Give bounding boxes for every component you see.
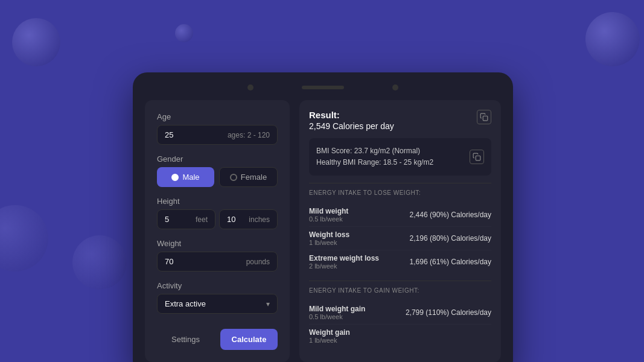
bmi-text: BMI Score: 23.7 kg/m2 (Normal) Healthy B…	[316, 145, 433, 168]
tablet-top-bar	[145, 84, 501, 91]
lose-extreme-sub: 2 lb/week	[309, 262, 379, 270]
copy-result-icon[interactable]	[477, 110, 491, 124]
activity-group: Activity Extra active ▾	[157, 281, 278, 314]
lose-extreme-left: Extreme weight loss 2 lb/week	[309, 254, 379, 270]
lose-extreme-name: Extreme weight loss	[309, 254, 379, 262]
age-input-container: ages: 2 - 120	[157, 125, 278, 145]
gain-normal-left: Weight gain 1 lb/week	[309, 328, 350, 344]
settings-button[interactable]: Settings	[157, 329, 214, 350]
age-group: Age ages: 2 - 120	[157, 112, 278, 145]
bmi-score: BMI Score: 23.7 kg/m2 (Normal)	[316, 145, 433, 157]
height-group: Height feet inches	[157, 197, 278, 229]
sphere-4	[0, 205, 48, 272]
gain-normal-name: Weight gain	[309, 328, 350, 337]
gender-female-button[interactable]: Female	[219, 167, 278, 187]
lose-mild-sub: 0.5 lb/week	[309, 215, 348, 223]
result-header: Result: 2,549 Calories per day	[309, 110, 491, 131]
gain-normal-sub: 1 lb/week	[309, 337, 350, 344]
list-item: Weight gain 1 lb/week	[309, 325, 491, 348]
gender-female-label: Female	[241, 173, 267, 182]
gender-male-label: Male	[182, 173, 199, 182]
weight-input-container: pounds	[157, 252, 278, 272]
gender-row: Male Female	[157, 167, 278, 187]
lose-normal-left: Weight loss 1 lb/week	[309, 230, 349, 246]
tablet-speaker	[302, 86, 344, 89]
calculate-button[interactable]: Calculate	[220, 329, 278, 350]
age-label: Age	[157, 112, 278, 121]
result-info: Result: 2,549 Calories per day	[309, 110, 394, 131]
gain-weight-entries: Mild weight gain 0.5 lb/week 2,799 (110%…	[309, 301, 491, 348]
gain-weight-header: ENERGY INTAKE TO GAIN WEIGHT:	[309, 281, 491, 294]
copy-bmi-icon[interactable]	[470, 150, 484, 164]
gain-mild-name: Mild weight gain	[309, 305, 365, 313]
sphere-1	[12, 18, 60, 66]
gain-mild-sub: 0.5 lb/week	[309, 313, 365, 320]
height-label: Height	[157, 197, 278, 206]
weight-label: Weight	[157, 239, 278, 248]
sphere-2	[175, 24, 193, 42]
svg-rect-1	[476, 156, 480, 160]
bmi-range: Healthy BMI Range: 18.5 - 25 kg/m2	[316, 157, 433, 168]
bottom-buttons: Settings Calculate	[157, 329, 278, 350]
feet-unit: feet	[196, 215, 208, 224]
radio-dot-male	[171, 174, 179, 181]
weight-input[interactable]	[165, 257, 201, 266]
sphere-5	[72, 235, 127, 290]
activity-selected: Extra active	[165, 299, 206, 308]
age-input[interactable]	[165, 130, 201, 139]
svg-rect-0	[483, 116, 488, 121]
bmi-section: BMI Score: 23.7 kg/m2 (Normal) Healthy B…	[309, 138, 491, 176]
gender-label: Gender	[157, 154, 278, 164]
gain-mild-value: 2,799 (110%) Calories/day	[406, 308, 491, 317]
lose-normal-name: Weight loss	[309, 230, 349, 239]
result-calories: 2,549 Calories per day	[309, 121, 394, 131]
weight-unit: pounds	[246, 258, 270, 266]
sphere-3	[585, 12, 640, 66]
chevron-down-icon: ▾	[266, 300, 270, 308]
list-item: Extreme weight loss 2 lb/week 1,696 (61%…	[309, 250, 491, 273]
tablet-camera	[247, 84, 253, 91]
lose-mild-left: Mild weight 0.5 lb/week	[309, 207, 348, 223]
lose-mild-name: Mild weight	[309, 207, 348, 215]
app-container: Age ages: 2 - 120 Gender Male Female	[145, 100, 501, 362]
result-title: Result:	[309, 110, 394, 120]
gender-group: Gender Male Female	[157, 154, 278, 187]
list-item: Mild weight 0.5 lb/week 2,446 (90%) Calo…	[309, 203, 491, 227]
right-panel: Result: 2,549 Calories per day BMI Score…	[299, 100, 501, 362]
lose-mild-value: 2,446 (90%) Calories/day	[410, 211, 491, 219]
list-item: Mild weight gain 0.5 lb/week 2,799 (110%…	[309, 301, 491, 325]
lose-weight-header: ENERGY INTAKE TO LOSE WEIGHT:	[309, 183, 491, 196]
left-panel: Age ages: 2 - 120 Gender Male Female	[145, 100, 290, 362]
weight-group: Weight pounds	[157, 239, 278, 272]
gender-male-button[interactable]: Male	[157, 167, 214, 187]
list-item: Weight loss 1 lb/week 2,196 (80%) Calori…	[309, 227, 491, 250]
height-feet-input[interactable]	[165, 215, 183, 224]
inches-unit: inches	[249, 215, 270, 224]
height-feet-container: feet	[157, 209, 215, 229]
tablet-device: Age ages: 2 - 120 Gender Male Female	[133, 72, 513, 362]
radio-empty-female	[230, 174, 237, 181]
age-hint: ages: 2 - 120	[228, 131, 270, 139]
activity-select[interactable]: Extra active ▾	[157, 294, 278, 314]
lose-extreme-value: 1,696 (61%) Calories/day	[410, 258, 491, 266]
lose-normal-sub: 1 lb/week	[309, 239, 349, 246]
height-row: feet inches	[157, 209, 278, 229]
height-inches-input[interactable]	[227, 215, 245, 224]
tablet-mic	[392, 84, 398, 91]
gain-mild-left: Mild weight gain 0.5 lb/week	[309, 305, 365, 320]
lose-normal-value: 2,196 (80%) Calories/day	[410, 234, 491, 243]
height-inches-container: inches	[219, 209, 278, 229]
lose-weight-entries: Mild weight 0.5 lb/week 2,446 (90%) Calo…	[309, 203, 491, 273]
activity-label: Activity	[157, 281, 278, 290]
